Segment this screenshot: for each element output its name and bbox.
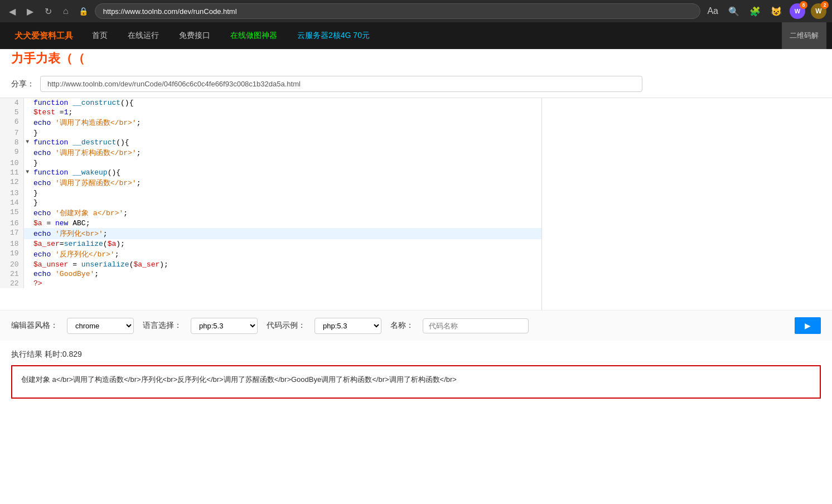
line-number: 20 [0, 260, 23, 269]
code-line: $test =1; [31, 108, 541, 117]
line-number: 8 [0, 138, 23, 147]
line-number: 4 [0, 98, 23, 108]
nav-cloud[interactable]: 云服务器2核4G 70元 [287, 22, 380, 49]
code-line: echo 'GoodBye'; [31, 269, 541, 279]
fold-indicator[interactable]: ▼ [23, 168, 31, 177]
code-table: 4 function __construct(){ 5 $test =1; 6 [0, 98, 541, 288]
run-button[interactable]: ▶ [795, 317, 821, 334]
code-line: echo '调用了析构函数</br>'; [31, 147, 541, 158]
forward-button[interactable]: ▶ [23, 4, 37, 19]
line-number: 17 [0, 228, 23, 239]
back-button[interactable]: ◀ [6, 4, 19, 19]
share-label: 分享： [11, 79, 35, 89]
fold-indicator [23, 228, 31, 239]
table-row: 9 echo '调用了析构函数</br>'; [0, 147, 541, 158]
table-row: 12 echo '调用了苏醒函数</br>'; [0, 177, 541, 188]
code-line: } [31, 198, 541, 207]
table-row: 4 function __construct(){ [0, 98, 541, 108]
nav-api[interactable]: 免费接口 [169, 22, 220, 49]
share-url-input[interactable] [40, 76, 642, 92]
fold-indicator [23, 117, 31, 128]
nav-chart[interactable]: 在线做图神器 [220, 22, 287, 49]
code-line: echo '创建对象 a</br>'; [31, 207, 541, 219]
code-line: echo '调用了构造函数</br>'; [31, 117, 541, 128]
line-number: 15 [0, 207, 23, 219]
fold-indicator [23, 128, 31, 138]
table-row: 20 $a_unser = unserialize($a_ser); [0, 260, 541, 269]
code-line: function __wakeup(){ [31, 168, 541, 177]
code-line: $a = new ABC; [31, 219, 541, 228]
code-line: } [31, 128, 541, 138]
editor-style-label: 编辑器风格： [11, 321, 58, 331]
avatar-purple[interactable]: W 8 [790, 3, 805, 19]
nav-home[interactable]: 首页 [82, 22, 118, 49]
fold-indicator [23, 249, 31, 260]
share-bar: 分享： [0, 70, 832, 98]
browser-chrome: ◀ ▶ ↻ ⌂ 🔒 Aa 🔍 🧩 😺 W 8 W 2 [0, 0, 832, 22]
result-header: 执行结果 耗时:0.829 [11, 350, 821, 360]
table-row: 19 echo '反序列化</br>'; [0, 249, 541, 260]
table-row: 13 } [0, 188, 541, 198]
fold-indicator [23, 147, 31, 158]
line-number: 5 [0, 108, 23, 117]
reload-button[interactable]: ↻ [41, 4, 55, 19]
table-row: 15 echo '创建对象 a</br>'; [0, 207, 541, 219]
fold-indicator [23, 260, 31, 269]
lang-label: 语言选择： [143, 321, 182, 331]
code-line: ?> [31, 279, 541, 288]
fold-indicator [23, 108, 31, 117]
output-panel [542, 98, 832, 310]
zoom-button[interactable]: 🔍 [726, 5, 742, 18]
lang-select[interactable]: php:5.3 php:7.0 python javascript [191, 318, 258, 334]
qr-button[interactable]: 二维码解 [782, 22, 826, 49]
line-number: 10 [0, 158, 23, 168]
table-row: 16 $a = new ABC; [0, 219, 541, 228]
code-editor[interactable]: 4 function __construct(){ 5 $test =1; 6 [0, 98, 542, 310]
fold-indicator [23, 98, 31, 108]
line-number: 7 [0, 128, 23, 138]
table-row: 7 } [0, 128, 541, 138]
fold-indicator [23, 239, 31, 249]
profile-button[interactable]: 😺 [768, 5, 784, 18]
code-line: $a_ser=serialize($a); [31, 239, 541, 249]
code-line: echo '调用了苏醒函数</br>'; [31, 177, 541, 188]
fold-indicator [23, 269, 31, 279]
page-title: 力手力表（（ [0, 49, 832, 70]
extension-button[interactable]: 🧩 [747, 5, 763, 18]
line-number: 21 [0, 269, 23, 279]
badge-count2: 2 [821, 1, 829, 9]
result-output: 创建对象 a</br>调用了构造函数</br>序列化<br>反序列化</br>调… [11, 365, 821, 399]
toolbar: 编辑器风格： chrome monokai default 语言选择： php:… [0, 310, 832, 341]
line-number: 14 [0, 198, 23, 207]
table-row: 10 } [0, 158, 541, 168]
line-number: 9 [0, 147, 23, 158]
line-number: 6 [0, 117, 23, 128]
name-input[interactable] [423, 318, 529, 333]
table-row: 22 ?> [0, 279, 541, 288]
table-row: 14 } [0, 198, 541, 207]
browser-icon-group: Aa 🔍 🧩 😺 W 8 W 2 [705, 3, 826, 19]
fold-indicator [23, 158, 31, 168]
avatar-label: W [795, 8, 800, 14]
table-row: 17 echo '序列化<br>'; [0, 228, 541, 239]
read-mode-button[interactable]: Aa [705, 5, 720, 17]
table-row: 11 ▼ function __wakeup(){ [0, 168, 541, 177]
address-bar[interactable] [95, 3, 701, 19]
logo-icon: 犬 [14, 31, 23, 40]
fold-indicator[interactable]: ▼ [23, 138, 31, 147]
avatar-brown[interactable]: W 2 [811, 3, 826, 19]
line-number: 18 [0, 239, 23, 249]
example-label: 代码示例： [267, 321, 306, 331]
result-section: 执行结果 耗时:0.829 创建对象 a</br>调用了构造函数</br>序列化… [0, 341, 832, 408]
fold-indicator [23, 177, 31, 188]
code-line: function __construct(){ [31, 98, 541, 108]
nav-run[interactable]: 在线运行 [118, 22, 169, 49]
logo: 犬犬爱资料工具 [6, 31, 82, 41]
example-select[interactable]: php:5.3 php:7.0 javascript [315, 318, 381, 334]
line-number: 13 [0, 188, 23, 198]
home-button[interactable]: ⌂ [60, 4, 72, 18]
code-line: echo '反序列化</br>'; [31, 249, 541, 260]
name-label: 名称： [390, 321, 414, 331]
editor-style-select[interactable]: chrome monokai default [67, 318, 134, 334]
fold-indicator [23, 219, 31, 228]
